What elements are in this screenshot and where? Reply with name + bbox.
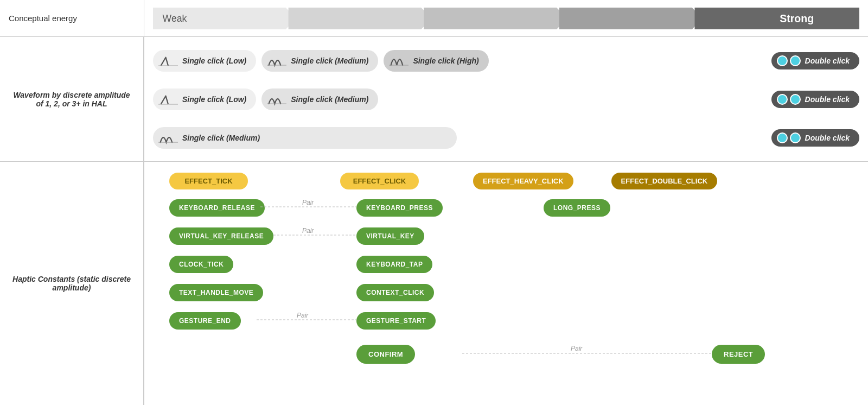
svg-text:Strong: Strong — [780, 12, 814, 24]
keyboard-release-btn[interactable]: KEYBOARD_RELEASE — [169, 199, 265, 217]
svg-text:Pair: Pair — [302, 227, 314, 235]
haptic-buttons-area: KEYBOARD_RELEASE VIRTUAL_KEY_RELEASE CLO… — [153, 199, 859, 384]
waveform-pill-low-1: Single click (Low) — [153, 50, 256, 72]
effect-double-click-label: EFFECT_DOUBLE_CLICK — [611, 173, 718, 189]
dot-4 — [790, 94, 801, 105]
keyboard-press-btn[interactable]: KEYBOARD_PRESS — [356, 199, 443, 217]
svg-marker-1 — [289, 8, 432, 29]
context-click-btn[interactable]: CONTEXT_CLICK — [356, 284, 434, 301]
effect-click-label: EFFECT_CLICK — [340, 173, 419, 189]
waveform-row-2: Single click (Low) Single click (Medium) — [153, 82, 859, 116]
dot-1 — [777, 55, 788, 66]
clock-tick-row: CLOCK_TICK — [169, 256, 233, 273]
dot-3 — [777, 94, 788, 105]
keyboard-tap-row: KEYBOARD_TAP — [356, 256, 432, 273]
svg-text:Pair: Pair — [302, 199, 314, 206]
text-handle-move-row: TEXT_HANDLE_MOVE — [169, 284, 263, 301]
dot-2 — [790, 55, 801, 66]
dot-6 — [790, 132, 801, 143]
svg-marker-2 — [424, 8, 567, 29]
waveform-pill-double-1: Double click — [771, 52, 859, 69]
gesture-start-btn[interactable]: GESTURE_START — [356, 312, 436, 330]
waveform-pill-medium-2: Single click (Medium) — [261, 88, 378, 110]
svg-text:Pair: Pair — [297, 312, 309, 319]
double-dot-icon-1 — [777, 55, 801, 66]
waveform-pill-medium-1: Single click (Medium) — [261, 50, 378, 72]
long-press-btn[interactable]: LONG_PRESS — [544, 199, 610, 217]
haptic-label: Haptic Constants (static discrete amplit… — [0, 162, 144, 405]
waveform-pill-double-2: Double click — [771, 91, 859, 108]
gesture-end-btn[interactable]: GESTURE_END — [169, 312, 241, 330]
haptic-section: EFFECT_TICK EFFECT_CLICK EFFECT_HEAVY_CL… — [144, 162, 868, 405]
confirm-btn[interactable]: CONFIRM — [356, 345, 415, 364]
wave-low-icon-2 — [158, 92, 178, 107]
reject-btn[interactable]: REJECT — [712, 345, 765, 364]
waveform-label: Waveform by discrete amplitude of 1, 2, … — [0, 37, 144, 162]
confirm-row: CONFIRM — [356, 345, 415, 364]
energy-arrow-bar: Weak Strong — [153, 8, 859, 29]
gesture-start-row: GESTURE_START — [356, 312, 436, 330]
waveform-row-1: Single click (Low) Single click (Medium) — [153, 43, 859, 78]
keyboard-release-row: KEYBOARD_RELEASE — [169, 199, 265, 217]
energy-row: Weak Strong — [144, 0, 868, 37]
effect-tick-label: EFFECT_TICK — [169, 173, 248, 189]
text-handle-move-btn[interactable]: TEXT_HANDLE_MOVE — [169, 284, 263, 301]
virtual-key-release-btn[interactable]: VIRTUAL_KEY_RELEASE — [169, 227, 273, 245]
waveform-section: Single click (Low) Single click (Medium) — [144, 37, 868, 162]
waveform-pill-medium-3: Single click (Medium) — [153, 127, 457, 149]
wave-medium-icon-2 — [267, 92, 286, 107]
waveform-row-3: Single click (Medium) Double click — [153, 121, 859, 155]
keyboard-tap-btn[interactable]: KEYBOARD_TAP — [356, 256, 432, 273]
dot-5 — [777, 132, 788, 143]
svg-text:Pair: Pair — [571, 345, 583, 352]
virtual-key-btn[interactable]: VIRTUAL_KEY — [356, 227, 424, 245]
keyboard-press-row: KEYBOARD_PRESS — [356, 199, 443, 217]
long-press-row: LONG_PRESS — [544, 199, 610, 217]
double-dot-icon-3 — [777, 132, 801, 143]
wave-low-icon-1 — [158, 53, 178, 68]
main-content: Weak Strong Single click (Low) — [144, 0, 868, 405]
virtual-key-row: VIRTUAL_KEY — [356, 227, 424, 245]
reject-row: REJECT — [712, 345, 765, 364]
svg-text:Weak: Weak — [163, 12, 187, 23]
effect-heavy-click-label: EFFECT_HEAVY_CLICK — [473, 173, 573, 189]
virtual-key-release-row: VIRTUAL_KEY_RELEASE — [169, 227, 273, 245]
waveform-pill-double-3: Double click — [771, 129, 859, 147]
page-container: Conceptual energy Waveform by discrete a… — [0, 0, 868, 405]
left-labels: Conceptual energy Waveform by discrete a… — [0, 0, 144, 405]
clock-tick-btn[interactable]: CLOCK_TICK — [169, 256, 233, 273]
wave-high-icon-1 — [389, 53, 409, 68]
wave-medium-icon-3 — [158, 130, 178, 145]
conceptual-energy-label: Conceptual energy — [0, 0, 144, 37]
context-click-row: CONTEXT_CLICK — [356, 284, 434, 301]
waveform-pill-low-2: Single click (Low) — [153, 88, 256, 110]
svg-marker-4 — [695, 8, 859, 29]
svg-marker-3 — [559, 8, 703, 29]
double-dot-icon-2 — [777, 94, 801, 105]
waveform-pill-high-1: Single click (High) — [384, 50, 488, 72]
gesture-end-row: GESTURE_END — [169, 312, 241, 330]
effects-row: EFFECT_TICK EFFECT_CLICK EFFECT_HEAVY_CL… — [153, 173, 859, 189]
wave-medium-icon-1 — [267, 53, 286, 68]
